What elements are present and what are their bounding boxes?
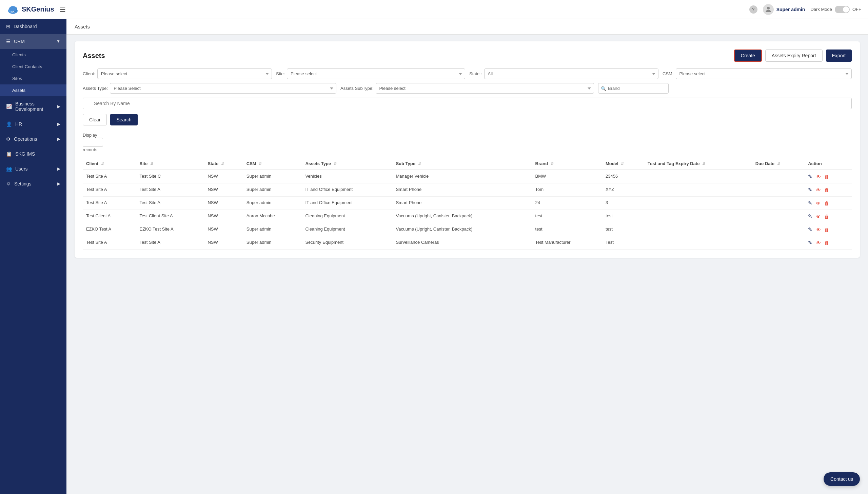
col-brand[interactable]: Brand ⇵	[532, 158, 602, 170]
hamburger-menu[interactable]: ☰	[60, 5, 66, 14]
search-button[interactable]: Search	[110, 114, 137, 126]
col-csm[interactable]: CSM ⇵	[243, 158, 302, 170]
sidebar-item-operations[interactable]: ⚙ Operations ▶	[0, 132, 66, 147]
cell-csm-4: Super admin	[243, 223, 302, 236]
sidebar-item-client-contacts[interactable]: Client Contacts	[0, 61, 66, 73]
cell-due_date-2	[752, 197, 805, 210]
cell-test_tag_expiry-3	[644, 210, 752, 223]
cell-assets_type-5: Security Equipment	[302, 236, 392, 249]
sidebar-item-sites[interactable]: Sites	[0, 73, 66, 84]
view-icon[interactable]: 👁	[816, 174, 821, 180]
sort-icon-state: ⇵	[221, 162, 224, 166]
edit-icon[interactable]: ✎	[808, 174, 812, 180]
delete-icon[interactable]: 🗑	[824, 187, 829, 193]
cell-assets_type-0: Vehicles	[302, 170, 392, 184]
avatar-icon	[764, 5, 772, 14]
cell-due_date-4	[752, 223, 805, 236]
help-icon[interactable]: ?	[749, 5, 757, 14]
delete-icon[interactable]: 🗑	[824, 174, 829, 180]
col-state[interactable]: State ⇵	[204, 158, 243, 170]
clear-button[interactable]: Clear	[83, 114, 107, 126]
edit-icon[interactable]: ✎	[808, 227, 812, 233]
col-due-date[interactable]: Due Date ⇵	[752, 158, 805, 170]
state-select[interactable]: All	[484, 69, 658, 79]
cell-assets_type-2: IT and Office Equipment	[302, 197, 392, 210]
content-area: Assets Create Assets Expiry Report Expor…	[66, 35, 868, 264]
sidebar-item-clients[interactable]: Clients	[0, 49, 66, 61]
logo: SK SKGenius	[7, 3, 54, 16]
view-icon[interactable]: 👁	[816, 187, 821, 193]
view-icon[interactable]: 👁	[816, 214, 821, 220]
col-site[interactable]: Site ⇵	[136, 158, 204, 170]
delete-icon[interactable]: 🗑	[824, 227, 829, 233]
col-model[interactable]: Model ⇵	[602, 158, 644, 170]
cell-csm-2: Super admin	[243, 197, 302, 210]
site-select[interactable]: Please select	[287, 69, 465, 79]
cell-csm-5: Super admin	[243, 236, 302, 249]
filters-row-1: Client: Please select Site: Please selec…	[83, 69, 852, 79]
delete-icon[interactable]: 🗑	[824, 240, 829, 246]
brand-filter-wrap: 🔍	[598, 83, 852, 94]
site-filter: Site: Please select	[276, 69, 465, 79]
assets-subtype-select[interactable]: Please select	[376, 83, 594, 94]
export-button[interactable]: Export	[826, 50, 852, 62]
col-test-tag[interactable]: Test and Tag Expiry Date ⇵	[644, 158, 752, 170]
sidebar-item-business-development[interactable]: 📈 Business Development ▶	[0, 96, 66, 117]
col-client[interactable]: Client ⇵	[83, 158, 136, 170]
avatar	[763, 4, 774, 15]
assets-expiry-report-button[interactable]: Assets Expiry Report	[765, 50, 823, 62]
cell-client-0: Test Site A	[83, 170, 136, 184]
client-select[interactable]: Please select	[97, 69, 272, 79]
edit-icon[interactable]: ✎	[808, 213, 812, 220]
cell-assets_type-4: Cleaning Equipment	[302, 223, 392, 236]
user-section[interactable]: Super admin	[763, 4, 805, 15]
delete-icon[interactable]: 🗑	[824, 201, 829, 206]
search-input[interactable]	[83, 98, 852, 109]
table-row: Test Site ATest Site ANSWSuper adminSecu…	[83, 236, 852, 249]
view-icon[interactable]: 👁	[816, 201, 821, 206]
cell-test_tag_expiry-4	[644, 223, 752, 236]
user-name: Super admin	[776, 7, 805, 12]
sidebar-item-dashboard[interactable]: ⊞ Dashboard	[0, 19, 66, 34]
sidebar-item-crm[interactable]: ☰ CRM ▼	[0, 34, 66, 49]
dark-mode-toggle[interactable]	[835, 6, 850, 13]
edit-icon[interactable]: ✎	[808, 240, 812, 246]
cell-state-4: NSW	[204, 223, 243, 236]
assets-type-select[interactable]: Please Select	[110, 83, 336, 94]
edit-icon[interactable]: ✎	[808, 200, 812, 206]
sidebar-item-users[interactable]: 👥 Users ▶	[0, 162, 66, 176]
breadcrumb-bar: Assets	[66, 19, 868, 35]
sidebar-item-skg-ims[interactable]: 📋 SKG IMS	[0, 147, 66, 162]
view-icon[interactable]: 👁	[816, 227, 821, 233]
cell-client-1: Test Site A	[83, 184, 136, 197]
col-sub-type[interactable]: Sub Type ⇵	[392, 158, 532, 170]
sort-icon-model: ⇵	[621, 162, 624, 166]
cell-brand-1: Tom	[532, 184, 602, 197]
sidebar-item-label-settings: Settings	[14, 181, 32, 187]
brand-input[interactable]	[598, 83, 669, 94]
state-filter-label: State :	[469, 71, 482, 76]
operations-icon: ⚙	[6, 136, 11, 142]
chevron-right-icon-ops: ▶	[57, 137, 60, 141]
sidebar-item-hr[interactable]: 👤 HR ▶	[0, 117, 66, 132]
csm-select[interactable]: Please select	[676, 69, 852, 79]
col-assets-type[interactable]: Assets Type ⇵	[302, 158, 392, 170]
sort-icon-csm: ⇵	[259, 162, 262, 166]
content-card: Assets Create Assets Expiry Report Expor…	[75, 41, 860, 258]
users-icon: 👥	[6, 166, 12, 172]
sidebar-item-assets[interactable]: Assets	[0, 84, 66, 96]
site-filter-label: Site:	[276, 71, 285, 76]
contact-us-button[interactable]: Contact us	[824, 472, 860, 486]
view-icon[interactable]: 👁	[816, 240, 821, 246]
delete-icon[interactable]: 🗑	[824, 214, 829, 220]
crm-submenu: Clients Client Contacts Sites Assets	[0, 49, 66, 96]
create-button[interactable]: Create	[734, 50, 762, 62]
cell-client-5: Test Site A	[83, 236, 136, 249]
edit-icon[interactable]: ✎	[808, 187, 812, 193]
csm-filter: CSM: Please select	[662, 69, 852, 79]
cell-test_tag_expiry-2	[644, 197, 752, 210]
display-records-input[interactable]: 20	[83, 138, 103, 147]
chevron-right-icon-hr: ▶	[57, 122, 60, 127]
sidebar-item-settings[interactable]: ⛭ Settings ▶	[0, 176, 66, 191]
crm-icon: ☰	[6, 39, 11, 44]
